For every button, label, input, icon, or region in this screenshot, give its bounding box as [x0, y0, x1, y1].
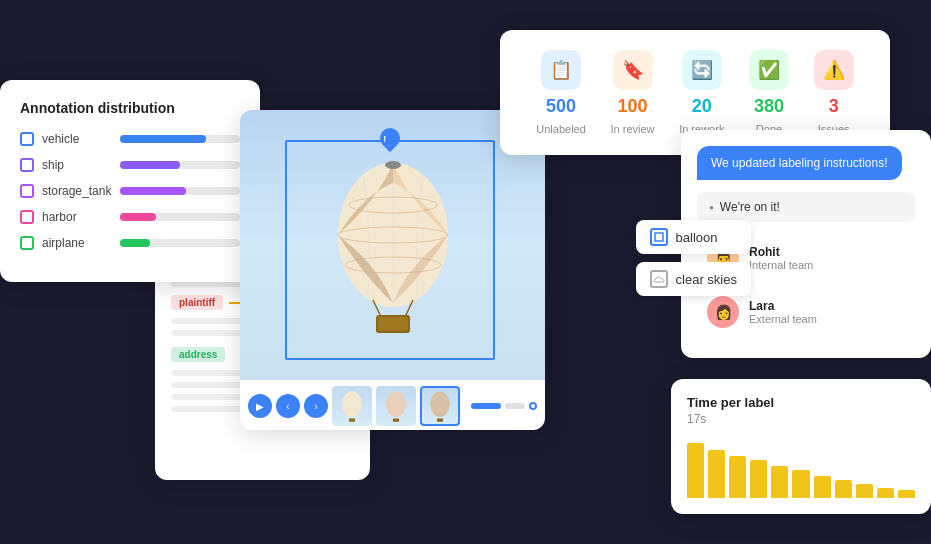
- stat-number: 3: [829, 96, 839, 117]
- annotation-row-vehicle: vehicle: [20, 132, 240, 146]
- time-per-label-card: Time per label 17s: [671, 379, 931, 514]
- chart-bar-10: [898, 490, 915, 498]
- plaintiff-tag: plaintiff: [171, 295, 223, 310]
- annotation-title: Annotation distribution: [20, 100, 240, 116]
- clear-skies-chip-label: clear skies: [676, 272, 737, 287]
- annotation-row-ship: ship: [20, 158, 240, 172]
- stat-item-in-review: 🔖 100 In review: [610, 50, 654, 135]
- svg-point-11: [386, 391, 406, 417]
- annotation-color-harbor: [20, 210, 34, 224]
- annotation-label-airplane: airplane: [42, 236, 112, 250]
- stat-item-unlabeled: 📋 500 Unlabeled: [536, 50, 586, 135]
- annotation-list: vehicle ship storage_tank harbor airplan…: [20, 132, 240, 250]
- image-area: [240, 110, 545, 380]
- annotation-color-ship: [20, 158, 34, 172]
- annotation-color-airplane: [20, 236, 34, 250]
- chart-bar-9: [877, 488, 894, 498]
- clear-skies-chip[interactable]: clear skies: [636, 262, 751, 296]
- chart-bar-8: [856, 484, 873, 498]
- thumbnail-1[interactable]: [332, 386, 372, 426]
- time-label-title: Time per label: [687, 395, 915, 410]
- stat-icon: ⚠️: [814, 50, 854, 90]
- chart-bar-1: [708, 450, 725, 498]
- chart-bar-5: [792, 470, 809, 498]
- annotation-color-storage_tank: [20, 184, 34, 198]
- member-team-lara: External team: [749, 313, 817, 325]
- thumbnails-row: ▶ ‹ ›: [240, 380, 545, 430]
- play-button[interactable]: ▶: [248, 394, 272, 418]
- annotation-distribution-card: Annotation distribution vehicle ship sto…: [0, 80, 260, 282]
- chat-bubble: We updated labeling instructions!: [697, 146, 902, 180]
- avatar-lara: 👩: [707, 296, 739, 328]
- chart-bar-4: [771, 466, 788, 498]
- chart-bar-6: [814, 476, 831, 498]
- balloon-chip-icon: [650, 228, 668, 246]
- image-annotation-card: ▶ ‹ ›: [240, 110, 545, 430]
- annotation-row-storage_tank: storage_tank: [20, 184, 240, 198]
- annotation-label-harbor: harbor: [42, 210, 112, 224]
- member-name-rohit: Rohit: [749, 245, 813, 259]
- stat-label: In review: [610, 123, 654, 135]
- stat-item-in-rework: 🔄 20 In rework: [679, 50, 724, 135]
- annotation-label-ship: ship: [42, 158, 112, 172]
- svg-rect-14: [437, 419, 443, 422]
- bounding-box-pin: [376, 124, 404, 152]
- next-button[interactable]: ›: [304, 394, 328, 418]
- chart-bar-0: [687, 443, 704, 498]
- thumbnail-2[interactable]: [376, 386, 416, 426]
- annotation-row-harbor: harbor: [20, 210, 240, 224]
- stat-number: 20: [692, 96, 712, 117]
- svg-rect-15: [655, 233, 663, 241]
- address-tag: address: [171, 347, 225, 362]
- annotation-label-storage_tank: storage_tank: [42, 184, 112, 198]
- prev-button[interactable]: ‹: [276, 394, 300, 418]
- stat-number: 500: [546, 96, 576, 117]
- stat-number: 100: [617, 96, 647, 117]
- stat-icon: 🔄: [682, 50, 722, 90]
- member-name-lara: Lara: [749, 299, 817, 313]
- svg-point-9: [342, 391, 362, 417]
- bounding-box: [285, 140, 495, 360]
- thumbnail-3[interactable]: [420, 386, 460, 426]
- label-chips: balloon clear skies: [636, 220, 751, 296]
- stat-icon: 🔖: [613, 50, 653, 90]
- stat-icon: ✅: [749, 50, 789, 90]
- stat-icon: 📋: [541, 50, 581, 90]
- response-text: We're on it!: [720, 200, 780, 214]
- svg-point-13: [430, 391, 450, 417]
- chart-bar-2: [729, 456, 746, 498]
- stat-number: 380: [754, 96, 784, 117]
- stat-item-done: ✅ 380 Done: [749, 50, 789, 135]
- time-label-value: 17s: [687, 412, 915, 426]
- cloud-chip-icon: [650, 270, 668, 288]
- annotation-label-vehicle: vehicle: [42, 132, 112, 146]
- balloon-chip-label: balloon: [676, 230, 718, 245]
- response-bubble: ● We're on it!: [697, 192, 915, 222]
- svg-rect-10: [349, 419, 355, 422]
- chart-bar-7: [835, 480, 852, 498]
- stat-label: Unlabeled: [536, 123, 586, 135]
- svg-rect-12: [393, 419, 399, 422]
- chart-bar-3: [750, 460, 767, 498]
- bar-chart: [687, 438, 915, 498]
- annotation-row-airplane: airplane: [20, 236, 240, 250]
- member-team-rohit: Internal team: [749, 259, 813, 271]
- stat-item-issues: ⚠️ 3 Issues: [814, 50, 854, 135]
- annotation-color-vehicle: [20, 132, 34, 146]
- balloon-chip[interactable]: balloon: [636, 220, 751, 254]
